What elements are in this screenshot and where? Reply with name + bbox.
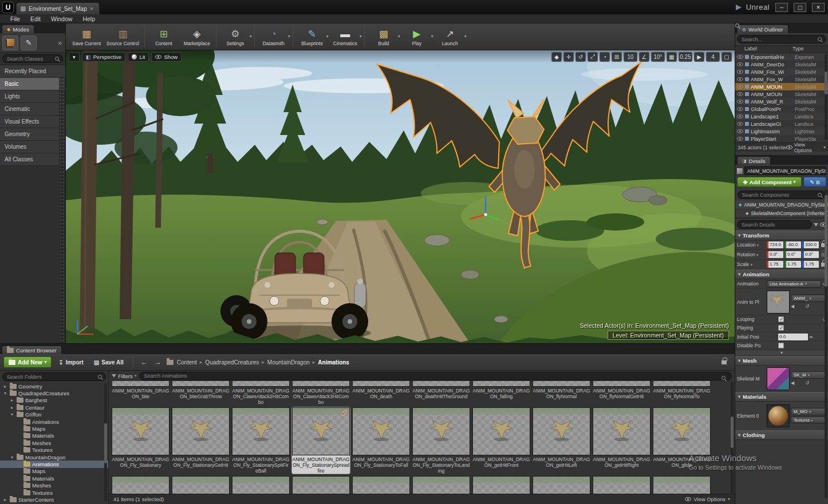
sidebar-item-geometry[interactable]: Geometry bbox=[0, 128, 65, 141]
asset-tile[interactable]: ANIM_MOUNTAIN_DRAGON_Fly_StationaryGetHi… bbox=[172, 407, 230, 474]
assets-search-input[interactable] bbox=[139, 372, 732, 380]
asset-tile[interactable]: ANIM_MOUNTAIN_DRAGON_ClawsAttack2HitComb… bbox=[232, 381, 290, 405]
folder-griffon[interactable]: ▾ Griffon bbox=[0, 411, 108, 418]
mesh-dropdown[interactable]: SK_M▾ bbox=[791, 371, 826, 379]
scale-snap-value[interactable]: 0.25 bbox=[679, 52, 692, 62]
asset-tile[interactable] bbox=[292, 476, 350, 494]
folder-maps[interactable]: Maps bbox=[0, 425, 108, 432]
asset-tile[interactable]: ANIM_MOUNTAIN_DRAGON_getHitRight bbox=[593, 407, 650, 474]
outliner-row[interactable]: ANIM_Fox_Wi SkeletalM bbox=[735, 68, 828, 76]
asset-tile[interactable] bbox=[172, 476, 230, 494]
asset-tile[interactable]: ✓ ANIM_MOUNTAIN_DRAGON_Fly_StationarySpr… bbox=[292, 407, 350, 474]
assets-scrollbar[interactable] bbox=[731, 416, 734, 448]
caret-down-icon[interactable]: ▾ bbox=[250, 34, 252, 39]
outliner-row[interactable]: ANIM_DeerDo SkeletalM bbox=[735, 61, 828, 68]
mesh-thumbnail[interactable] bbox=[767, 367, 790, 390]
visibility-eye-icon[interactable] bbox=[737, 62, 743, 66]
spinner-icon[interactable]: ◂▸ bbox=[809, 335, 813, 339]
rotation-x-field[interactable]: 0.0° bbox=[767, 251, 783, 258]
grid-snap-value[interactable]: 10 bbox=[624, 52, 637, 62]
asset-tile[interactable]: ANIM_MOUNTAIN_DRAGON_flyNormal bbox=[533, 381, 590, 405]
browse-icon[interactable] bbox=[797, 304, 802, 309]
asset-tile[interactable]: ANIM_MOUNTAIN_DRAGON_death bbox=[352, 381, 410, 405]
place-mode-button[interactable] bbox=[2, 35, 18, 50]
folder-maps[interactable]: Maps bbox=[0, 468, 108, 475]
location-x-field[interactable]: 724.0 bbox=[767, 241, 783, 248]
use-selected-icon[interactable]: ◀ bbox=[791, 380, 794, 386]
component-row-root[interactable]: ◆ ANIM_MOUNTAIN_DRAGON_FlySta(Instance) bbox=[735, 201, 828, 209]
assets-view-options-button[interactable]: View Options ▾ bbox=[685, 496, 730, 502]
looping-checkbox[interactable] bbox=[778, 316, 784, 322]
anim-asset-dropdown[interactable]: ANIM_▾ bbox=[791, 295, 826, 302]
outliner-view-options-button[interactable]: View Options▾ bbox=[786, 142, 826, 153]
visibility-eye-icon[interactable] bbox=[737, 137, 743, 141]
filter-funnel-icon[interactable] bbox=[814, 223, 818, 227]
asset-tile[interactable]: ANIM_MOUNTAIN_DRAGON_bite bbox=[112, 381, 169, 405]
asset-tile[interactable]: ANIM_MOUNTAIN_DRAGON_flyNormalGetHit bbox=[593, 381, 650, 405]
advanced-expander[interactable]: ▾ bbox=[735, 350, 828, 356]
sidebar-item-basic[interactable]: Basic bbox=[0, 78, 65, 90]
toolbar-button-launch[interactable]: ↗ Launch ▾ bbox=[433, 25, 467, 49]
rotation-snap-value[interactable]: 10° bbox=[651, 52, 665, 62]
browse-icon[interactable] bbox=[797, 380, 802, 386]
asset-tile[interactable] bbox=[352, 476, 410, 494]
sidebar-item-all-classes[interactable]: All Classes bbox=[0, 153, 65, 166]
toolbar-button-content[interactable]: ⊞ Content bbox=[147, 25, 180, 49]
folder-materials[interactable]: Materials bbox=[0, 475, 108, 482]
scale-y-field[interactable]: 1.75 bbox=[784, 261, 801, 268]
tree-expander-icon[interactable]: ▸ bbox=[9, 405, 15, 410]
asset-tile[interactable]: ANIM_MOUNTAIN_DRAGON_deathHitTheGround bbox=[412, 381, 470, 405]
outliner-row[interactable]: LightmassIm Lightmas bbox=[735, 128, 828, 135]
anim-asset-thumbnail[interactable] bbox=[767, 291, 790, 313]
visibility-eye-icon[interactable] bbox=[737, 122, 743, 126]
visibility-eye-icon[interactable] bbox=[737, 107, 743, 111]
folder-meshes[interactable]: Meshes bbox=[0, 482, 108, 489]
components-search-input[interactable] bbox=[738, 191, 826, 199]
asset-tile[interactable] bbox=[593, 476, 650, 494]
lock-icon[interactable] bbox=[721, 360, 727, 364]
level-tab[interactable]: Environment_Set_Map ✕ bbox=[16, 2, 100, 14]
rotate-tool-button[interactable]: ↺ bbox=[575, 52, 586, 62]
textures-button[interactable]: Textures▾ bbox=[791, 416, 826, 423]
location-y-field[interactable]: -60.0 bbox=[784, 241, 801, 248]
viewport-3d-scene[interactable] bbox=[66, 50, 735, 343]
asset-tile[interactable] bbox=[232, 476, 290, 494]
scale-z-field[interactable]: 1.75 bbox=[802, 261, 819, 268]
camera-speed-value[interactable]: 4 bbox=[706, 52, 720, 62]
asset-tile[interactable]: ANIM_MOUNTAIN_DRAGON_Fly_StationaryToLan… bbox=[412, 407, 470, 474]
import-button[interactable]: ↧ Import bbox=[55, 356, 87, 368]
details-scrollbar[interactable] bbox=[825, 195, 827, 287]
toolbar-button-play[interactable]: ▶ Play ▾ bbox=[400, 25, 433, 49]
filters-button[interactable]: Filters ▾ bbox=[112, 373, 136, 379]
close-button[interactable]: ✕ bbox=[812, 3, 825, 12]
show-menu-button[interactable]: Show bbox=[151, 52, 182, 62]
initial-position-field[interactable]: 0.0 bbox=[778, 334, 808, 340]
column-type[interactable]: Type bbox=[790, 46, 804, 53]
sidebar-item-recently-placed[interactable]: Recently Placed bbox=[0, 65, 65, 78]
asset-tile[interactable]: ANIM_MOUNTAIN_DRAGON_Fly_Stationary bbox=[112, 407, 169, 474]
forward-button[interactable]: → bbox=[153, 358, 163, 366]
folders-search-input[interactable] bbox=[2, 372, 106, 381]
outliner-search-input[interactable] bbox=[737, 35, 826, 43]
edit-blueprint-button[interactable]: ✎B bbox=[803, 177, 826, 187]
maximize-viewport-button[interactable]: ▢ bbox=[721, 52, 732, 62]
modes-search-input[interactable] bbox=[2, 54, 63, 63]
section-materials[interactable]: ▾Materials bbox=[735, 392, 828, 402]
folder-materials[interactable]: Materials bbox=[0, 432, 108, 439]
outliner-row[interactable]: ANIM_Wolf_R SkeletalM bbox=[735, 98, 828, 105]
tree-expander-icon[interactable]: ▸ bbox=[2, 384, 8, 389]
outliner-row[interactable]: ANIM_MOUN SkeletalM bbox=[735, 90, 828, 98]
folder-centaur[interactable]: ▸ Centaur bbox=[0, 404, 108, 411]
tab-details[interactable]: ◨ Details bbox=[737, 156, 771, 165]
rotation-y-field[interactable]: 0.0° bbox=[784, 251, 801, 258]
tab-world-outliner[interactable]: ◍ World Outliner bbox=[737, 25, 788, 33]
reset-icon[interactable]: ↺ bbox=[805, 304, 809, 309]
viewport-options-button[interactable]: ▾ bbox=[69, 52, 80, 62]
breadcrumb-quadrapedcreatures[interactable]: QuadrapedCreatures bbox=[205, 359, 259, 366]
rotation-snap-icon[interactable]: ∠ bbox=[639, 52, 649, 62]
asset-tile[interactable]: ANIM_MOUNTAIN_DRAGON_flyNormalTo bbox=[653, 381, 711, 405]
outliner-row[interactable]: Landscape1 Landsca bbox=[735, 113, 828, 120]
caret-down-icon[interactable]: ▾ bbox=[464, 34, 467, 39]
rotation-z-field[interactable]: 0.0° bbox=[802, 251, 819, 258]
grid-snap-icon[interactable]: ⊞ bbox=[612, 52, 622, 62]
